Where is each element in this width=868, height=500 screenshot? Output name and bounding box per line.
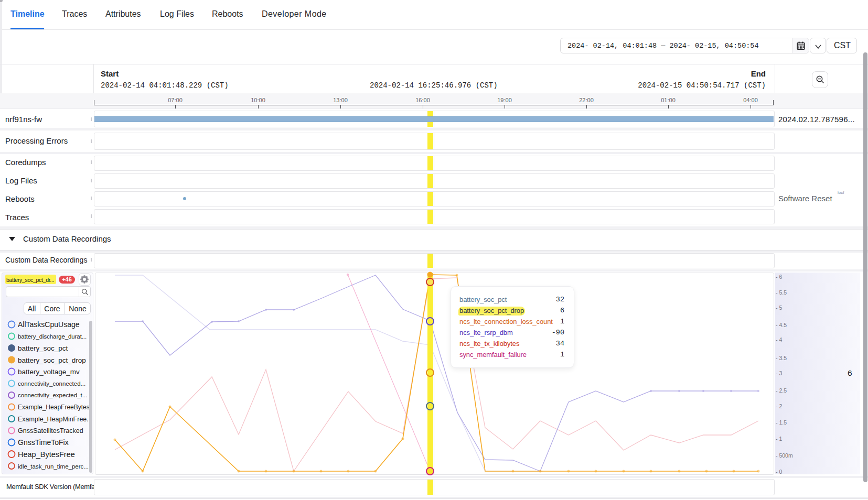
svg-text:idle_task_run_time_perc...: idle_task_run_time_perc...	[18, 463, 89, 470]
svg-text:battery_discharge_durat...: battery_discharge_durat...	[18, 333, 87, 340]
svg-text:Heap_BytesFree: Heap_BytesFree	[18, 450, 75, 459]
svg-text:GnssSatellitesTracked: GnssSatellitesTracked	[18, 427, 83, 434]
svg-text:battery_voltage_mv: battery_voltage_mv	[18, 368, 80, 376]
svg-text:battery_soc_pct: battery_soc_pct	[18, 344, 68, 352]
svg-text:GnssTimeToFix: GnssTimeToFix	[18, 438, 69, 447]
svg-text:Example_HeapMinFree...: Example_HeapMinFree...	[18, 416, 89, 423]
svg-text:battery_soc_pct_drop: battery_soc_pct_drop	[18, 356, 86, 364]
svg-text:connectivity_expected_t...: connectivity_expected_t...	[18, 392, 87, 398]
svg-text:AllTasksCpuUsage: AllTasksCpuUsage	[18, 320, 80, 329]
svg-text:Example_HeapFreeBytes: Example_HeapFreeBytes	[18, 404, 89, 411]
svg-text:connectivity_connected...: connectivity_connected...	[18, 381, 85, 387]
